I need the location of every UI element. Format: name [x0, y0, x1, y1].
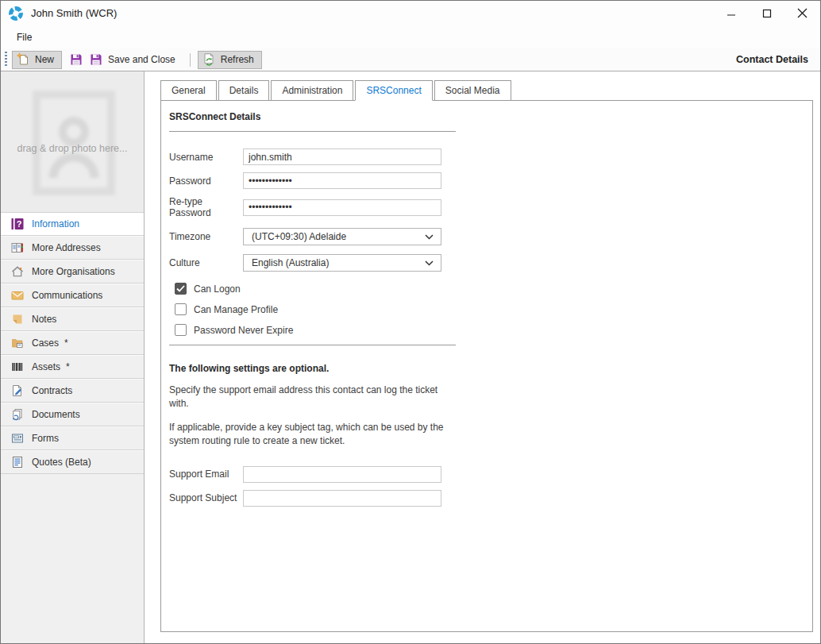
sidebar-item-assets[interactable]: Assets *	[1, 355, 144, 379]
sidebar-item-label: Communications	[32, 290, 102, 301]
new-document-icon	[16, 52, 30, 67]
password-never-expire-label: Password Never Expire	[194, 325, 293, 336]
sidebar-item-communications[interactable]: Communications	[1, 283, 144, 307]
retype-password-input[interactable]	[243, 199, 441, 216]
sidebar-item-information[interactable]: ? Information	[1, 212, 144, 236]
sidebar-item-label: Cases	[32, 337, 59, 349]
optional-settings-line1: Specify the support email address this c…	[169, 384, 449, 411]
content-area: General Details Administration SRSConnec…	[145, 71, 820, 643]
password-input[interactable]	[243, 172, 441, 189]
svg-text:?: ?	[17, 219, 22, 229]
sidebar-item-label: Forms	[32, 433, 59, 444]
maximize-icon	[762, 9, 772, 18]
sidebar-item-label: Information	[32, 218, 79, 229]
section-divider	[169, 131, 456, 132]
sidebar-item-notes[interactable]: Notes	[1, 307, 144, 331]
culture-select[interactable]: English (Australia)	[243, 254, 441, 272]
optional-settings-line2: If applicable, provide a key subject tag…	[169, 421, 449, 449]
sidebar-item-modified-asterisk: *	[66, 361, 70, 372]
section-divider	[169, 345, 456, 345]
contract-pen-icon	[11, 384, 24, 397]
toolbar-separator	[190, 53, 191, 67]
sidebar-item-label: Quotes (Beta)	[32, 457, 91, 468]
sidebar-item-modified-asterisk: *	[64, 337, 68, 349]
sidebar-item-cases[interactable]: Cases *	[1, 331, 144, 355]
sidebar-item-label: Documents	[32, 409, 80, 420]
chevron-down-icon	[425, 234, 434, 240]
sidebar-item-more-addresses[interactable]: More Addresses	[1, 236, 144, 260]
save-and-close-button[interactable]: Save and Close	[86, 51, 183, 69]
title-bar: John Smith (WCR)	[1, 1, 820, 25]
main-area: drag & drop photo here... ? Information …	[1, 71, 820, 643]
menu-bar: File	[1, 25, 820, 48]
sticky-note-icon	[11, 313, 24, 326]
menu-file[interactable]: File	[12, 29, 37, 46]
toolbar: New	[1, 48, 820, 71]
sidebar-item-label: More Addresses	[32, 242, 101, 253]
minimize-icon	[727, 9, 736, 18]
toolbar-drag-grip[interactable]	[5, 52, 7, 67]
app-logo-icon	[8, 6, 24, 21]
culture-selected-value: English (Australia)	[252, 257, 329, 268]
sidebar-item-label: More Organisations	[32, 266, 115, 277]
support-email-input[interactable]	[243, 466, 441, 483]
refresh-button[interactable]: Refresh	[198, 51, 262, 69]
envelope-icon	[11, 289, 24, 302]
organisation-house-icon	[11, 265, 24, 278]
can-manage-profile-checkbox[interactable]	[175, 303, 187, 315]
section-title: SRSConnect Details	[169, 111, 796, 122]
timezone-label: Timezone	[169, 231, 243, 242]
can-logon-row: Can Logon	[169, 283, 796, 295]
can-manage-profile-row: Can Manage Profile	[169, 303, 796, 315]
window-title: John Smith (WCR)	[31, 7, 117, 19]
password-never-expire-checkbox[interactable]	[175, 324, 187, 336]
checkmark-icon	[176, 285, 185, 292]
timezone-select[interactable]: (UTC+09:30) Adelaide	[243, 228, 441, 245]
app-window: John Smith (WCR) File New	[0, 0, 821, 644]
password-never-expire-row: Password Never Expire	[169, 324, 796, 336]
save-icon	[69, 52, 83, 67]
tab-strip: General Details Administration SRSConnec…	[160, 80, 813, 101]
sidebar-item-documents[interactable]: Documents	[1, 403, 144, 426]
tab-srsconnect[interactable]: SRSConnect	[355, 80, 432, 101]
case-folder-icon	[11, 337, 24, 349]
documents-icon	[11, 408, 24, 421]
culture-label: Culture	[169, 257, 243, 268]
username-label: Username	[169, 152, 243, 163]
close-button[interactable]	[784, 1, 820, 25]
new-button[interactable]: New	[12, 51, 62, 69]
minimize-button[interactable]	[713, 1, 749, 25]
support-email-label: Support Email	[169, 469, 243, 480]
sidebar-item-label: Notes	[32, 314, 56, 325]
sidebar-item-label: Contracts	[32, 385, 72, 396]
can-logon-label: Can Logon	[194, 283, 241, 295]
quote-list-icon	[11, 456, 24, 469]
sidebar-item-contracts[interactable]: Contracts	[1, 379, 144, 403]
form-icon	[11, 432, 24, 445]
refresh-icon	[202, 52, 216, 67]
tab-details[interactable]: Details	[218, 80, 270, 101]
new-button-label: New	[35, 54, 54, 65]
username-input[interactable]	[243, 148, 441, 165]
save-and-close-icon	[89, 52, 103, 67]
sidebar-item-more-organisations[interactable]: More Organisations	[1, 260, 144, 283]
can-logon-checkbox[interactable]	[175, 283, 187, 295]
tab-general[interactable]: General	[160, 80, 217, 101]
refresh-button-label: Refresh	[221, 54, 254, 65]
tab-administration[interactable]: Administration	[271, 80, 353, 101]
tab-social-media[interactable]: Social Media	[434, 80, 511, 101]
sidebar: drag & drop photo here... ? Information …	[1, 71, 145, 643]
sidebar-item-quotes[interactable]: Quotes (Beta)	[1, 450, 144, 474]
barcode-icon	[11, 361, 24, 373]
tab-panel-srsconnect: SRSConnect Details Username Password Re-…	[160, 100, 813, 632]
support-subject-label: Support Subject	[169, 492, 243, 503]
maximize-button[interactable]	[749, 1, 784, 25]
chevron-down-icon	[425, 260, 434, 266]
context-title: Contact Details	[736, 54, 808, 65]
photo-drop-area[interactable]: drag & drop photo here...	[1, 71, 144, 212]
save-button[interactable]	[67, 51, 86, 69]
sidebar-item-forms[interactable]: Forms	[1, 426, 144, 450]
password-label: Password	[169, 175, 243, 187]
support-subject-input[interactable]	[243, 490, 441, 507]
sidebar-item-label: Assets	[32, 361, 60, 372]
